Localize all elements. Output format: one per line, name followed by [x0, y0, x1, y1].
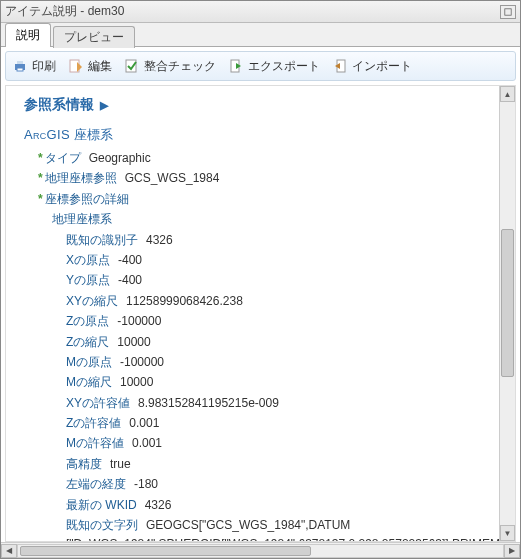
arcgis-cs-heading: ArcGIS 座標系: [24, 126, 503, 144]
tab-preview[interactable]: プレビュー: [53, 26, 135, 48]
detail-row: Zの許容値0.001: [66, 413, 503, 433]
star-icon: *: [38, 192, 43, 206]
detail-row: XYの許容値8.983152841195215e-009: [66, 393, 503, 413]
scroll-right-icon[interactable]: ▶: [504, 544, 520, 558]
section-title[interactable]: 参照系情報 ▶: [24, 96, 503, 114]
edit-button[interactable]: 編集: [68, 58, 112, 75]
window-title: アイテム説明 - dem30: [5, 3, 500, 20]
detail-row: Xの原点-400: [66, 250, 503, 270]
row-wkt: 既知の文字列GEOGCS["GCS_WGS_1984",DATUM: [66, 515, 503, 535]
row-type: *タイプGeographic: [38, 148, 503, 168]
export-icon: [228, 58, 244, 74]
scroll-left-icon[interactable]: ◀: [1, 544, 17, 558]
svg-rect-3: [17, 68, 23, 71]
detail-row: Mの許容値0.001: [66, 433, 503, 453]
star-icon: *: [38, 151, 43, 165]
close-icon[interactable]: [500, 5, 516, 19]
content-scroll[interactable]: 参照系情報 ▶ ArcGIS 座標系 *タイプGeographic *地理座標参…: [5, 85, 516, 542]
check-button[interactable]: 整合チェック: [124, 58, 216, 75]
detail-row: Zの縮尺10000: [66, 332, 503, 352]
detail-row: Zの原点-100000: [66, 311, 503, 331]
vertical-scrollbar[interactable]: ▲ ▼: [499, 86, 515, 541]
content: 参照系情報 ▶ ArcGIS 座標系 *タイプGeographic *地理座標参…: [6, 86, 515, 542]
svg-rect-2: [17, 61, 23, 64]
detail-row: 高精度true: [66, 454, 503, 474]
detail-row: 既知の識別子4326: [66, 230, 503, 250]
svg-rect-0: [505, 8, 511, 14]
detail-row: Mの原点-100000: [66, 352, 503, 372]
star-icon: *: [38, 171, 43, 185]
import-button[interactable]: インポート: [332, 58, 412, 75]
tab-bar: 説明 プレビュー: [1, 23, 520, 47]
scrollbar-thumb[interactable]: [20, 546, 311, 556]
print-button[interactable]: 印刷: [12, 58, 56, 75]
horizontal-scrollbar[interactable]: ◀ ▶: [1, 542, 520, 558]
detail-row: 最新の WKID4326: [66, 495, 503, 515]
import-icon: [332, 58, 348, 74]
tab-description[interactable]: 説明: [5, 23, 51, 47]
expand-arrow-icon: ▶: [100, 99, 108, 112]
print-icon: [12, 58, 28, 74]
detail-row: Yの原点-400: [66, 270, 503, 290]
window: アイテム説明 - dem30 説明 プレビュー 印刷 編集 整合チェック エクス…: [0, 0, 521, 559]
toolbar: 印刷 編集 整合チェック エクスポート インポート: [5, 51, 516, 81]
scrollbar-thumb[interactable]: [501, 229, 514, 377]
export-button[interactable]: エクスポート: [228, 58, 320, 75]
scroll-up-icon[interactable]: ▲: [500, 86, 515, 102]
check-icon: [124, 58, 140, 74]
edit-icon: [68, 58, 84, 74]
row-gcs-ref: *地理座標参照GCS_WGS_1984: [38, 168, 503, 188]
detail-row: XYの縮尺11258999068426.238: [66, 291, 503, 311]
detail-row: 左端の経度-180: [66, 474, 503, 494]
row-cs-detail: *座標参照の詳細: [38, 189, 503, 209]
detail-row: Mの縮尺10000: [66, 372, 503, 392]
gcs-heading: 地理座標系: [52, 209, 503, 229]
wkt-text: ["D_WGS_1984",SPHEROID["WGS_1984",637813…: [66, 535, 503, 542]
titlebar: アイテム説明 - dem30: [1, 1, 520, 23]
scroll-down-icon[interactable]: ▼: [500, 525, 515, 541]
